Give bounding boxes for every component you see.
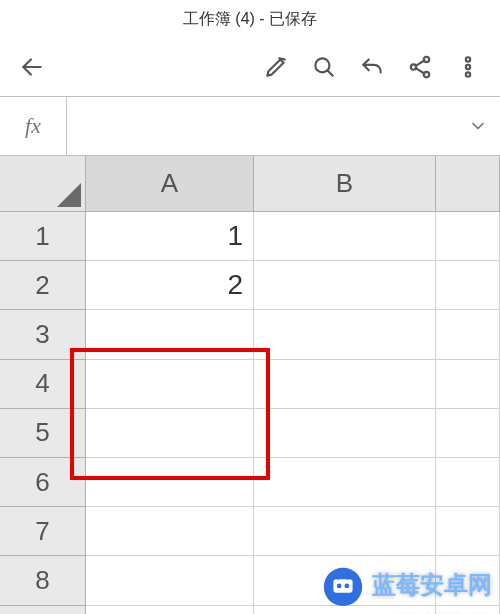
cell-B6[interactable] <box>254 458 436 507</box>
undo-button[interactable] <box>348 43 396 91</box>
row-header[interactable]: 7 <box>0 507 86 556</box>
cell-A4[interactable] <box>86 360 254 409</box>
column-header-next[interactable] <box>436 156 500 212</box>
column-header-A[interactable]: A <box>86 156 254 212</box>
cell-C3[interactable] <box>436 310 500 359</box>
row-header[interactable]: 2 <box>0 261 86 310</box>
share-button[interactable] <box>396 43 444 91</box>
row-header[interactable]: 1 <box>0 212 86 261</box>
arrow-left-icon <box>19 54 45 80</box>
row-header[interactable]: 4 <box>0 360 86 409</box>
svg-point-9 <box>337 584 342 589</box>
cell-C4[interactable] <box>436 360 500 409</box>
column-header-B[interactable]: B <box>254 156 436 212</box>
cell-A1[interactable]: 1 <box>86 212 254 261</box>
pen-icon <box>263 54 289 80</box>
svg-rect-8 <box>333 579 352 592</box>
row-header[interactable]: 9 <box>0 606 86 615</box>
logo-icon <box>320 562 366 608</box>
cell-A8[interactable] <box>86 556 254 605</box>
toolbar <box>0 38 500 96</box>
row-header[interactable]: 8 <box>0 556 86 605</box>
draw-button[interactable] <box>252 43 300 91</box>
svg-point-10 <box>344 584 349 589</box>
row-header[interactable]: 6 <box>0 458 86 507</box>
cell-C1[interactable] <box>436 212 500 261</box>
svg-point-5 <box>466 65 470 69</box>
title-bar: 工作簿 (4) - 已保存 <box>0 0 500 38</box>
cell-A3[interactable] <box>86 310 254 359</box>
formula-input[interactable] <box>66 97 456 155</box>
cell-A7[interactable] <box>86 507 254 556</box>
more-button[interactable] <box>444 43 492 91</box>
cell-A6[interactable] <box>86 458 254 507</box>
share-icon <box>407 54 433 80</box>
cell-A2[interactable]: 2 <box>86 261 254 310</box>
watermark-text: 蓝莓安卓网 <box>372 569 492 601</box>
cell-B5[interactable] <box>254 409 436 458</box>
watermark: 蓝莓安卓网 www.lmkjst.com <box>320 562 492 608</box>
select-all-corner[interactable] <box>0 156 86 212</box>
svg-point-4 <box>466 57 470 61</box>
cell-C2[interactable] <box>436 261 500 310</box>
cell-C5[interactable] <box>436 409 500 458</box>
spreadsheet-grid[interactable]: A B 11 22 3 4 5 6 7 8 9 <box>0 156 500 614</box>
cell-C7[interactable] <box>436 507 500 556</box>
document-title: 工作簿 (4) - 已保存 <box>183 9 317 30</box>
row-header[interactable]: 3 <box>0 310 86 359</box>
chevron-down-icon <box>468 116 488 136</box>
row-header[interactable]: 5 <box>0 409 86 458</box>
cell-A5[interactable] <box>86 409 254 458</box>
cell-B4[interactable] <box>254 360 436 409</box>
formula-expand-button[interactable] <box>456 97 500 155</box>
formula-bar: fx <box>0 96 500 156</box>
back-button[interactable] <box>8 43 56 91</box>
cell-B2[interactable] <box>254 261 436 310</box>
cell-B3[interactable] <box>254 310 436 359</box>
search-icon <box>311 54 337 80</box>
cell-B1[interactable] <box>254 212 436 261</box>
more-vertical-icon <box>455 54 481 80</box>
cell-B7[interactable] <box>254 507 436 556</box>
undo-icon <box>359 54 385 80</box>
fx-label: fx <box>0 113 66 139</box>
svg-point-6 <box>466 72 470 76</box>
cell-A9[interactable] <box>86 606 254 615</box>
cell-C6[interactable] <box>436 458 500 507</box>
search-button[interactable] <box>300 43 348 91</box>
